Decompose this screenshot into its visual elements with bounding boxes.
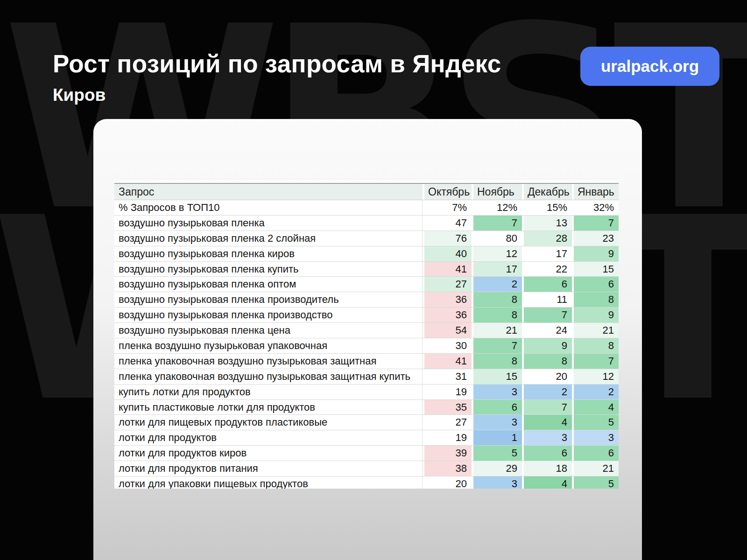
value-cell-october: 47 bbox=[423, 216, 472, 231]
value-cell-october: 27 bbox=[423, 277, 472, 292]
value-cell-november: 7 bbox=[472, 338, 522, 353]
value-cell-december: 4 bbox=[522, 415, 572, 430]
value-cell-january: 23 bbox=[572, 231, 619, 246]
value-cell-january: 9 bbox=[572, 308, 619, 322]
query-cell: воздушно пузырьковая пленка производител… bbox=[114, 292, 423, 307]
value-cell-december: 28 bbox=[522, 231, 572, 246]
value-cell-october: 38 bbox=[423, 461, 472, 476]
value-cell-november: 12 bbox=[472, 246, 522, 261]
value-cell-november: 21 bbox=[472, 323, 522, 338]
value-cell-october: 19 bbox=[423, 385, 472, 399]
query-cell: воздушно пузырьковая пленка оптом bbox=[114, 277, 423, 292]
column-header-0: Запрос bbox=[114, 184, 423, 200]
value-cell-december: 18 bbox=[522, 461, 572, 476]
value-cell-november: 8 bbox=[472, 292, 522, 307]
value-cell-november: 29 bbox=[472, 461, 522, 476]
table-row: пленка воздушно пузырьковая упаковочная3… bbox=[114, 338, 619, 354]
value-cell-december: 3 bbox=[522, 430, 572, 445]
query-cell: лотки для упаковки пищевых продуктов bbox=[114, 476, 423, 489]
column-header-2: Ноябрь bbox=[472, 184, 522, 200]
table-row: лотки для продуктов19133 bbox=[114, 430, 619, 446]
table-row: воздушно пузырьковая пленка477137 bbox=[114, 216, 619, 231]
value-cell-october: 7% bbox=[423, 200, 472, 215]
positions-table: ЗапросОктябрьНоябрьДекабрьЯнварь % Запро… bbox=[114, 181, 619, 489]
table-header-row: ЗапросОктябрьНоябрьДекабрьЯнварь bbox=[114, 183, 619, 200]
value-cell-november: 8 bbox=[472, 308, 522, 322]
value-cell-january: 6 bbox=[572, 277, 619, 292]
site-url-badge[interactable]: uralpack.org bbox=[580, 47, 719, 86]
table-row: воздушно пузырьковая пленка 2 слойная768… bbox=[114, 231, 619, 246]
value-cell-december: 8 bbox=[522, 354, 572, 369]
value-cell-november: 15 bbox=[472, 369, 522, 384]
value-cell-january: 8 bbox=[572, 338, 619, 353]
value-cell-november: 3 bbox=[472, 476, 522, 489]
value-cell-november: 5 bbox=[472, 446, 522, 461]
table-row: купить пластиковые лотки для продуктов35… bbox=[114, 400, 619, 415]
value-cell-december: 7 bbox=[522, 308, 572, 322]
value-cell-november: 1 bbox=[472, 430, 522, 445]
value-cell-january: 5 bbox=[572, 415, 619, 430]
table-row: воздушно пузырьковая пленка цена54212421 bbox=[114, 323, 619, 338]
value-cell-october: 76 bbox=[423, 231, 472, 246]
value-cell-january: 3 bbox=[572, 430, 619, 445]
table-row: воздушно пузырьковая пленка производство… bbox=[114, 308, 619, 323]
value-cell-november: 7 bbox=[472, 216, 522, 231]
value-cell-november: 3 bbox=[472, 415, 522, 430]
value-cell-january: 2 bbox=[572, 385, 619, 399]
table-row: лотки для упаковки пищевых продуктов2034… bbox=[114, 476, 619, 489]
value-cell-november: 80 bbox=[472, 231, 522, 246]
query-cell: пленка упаковочная воздушно пузырьковая … bbox=[114, 369, 423, 384]
value-cell-december: 4 bbox=[522, 476, 572, 489]
value-cell-january: 21 bbox=[572, 461, 619, 476]
value-cell-december: 7 bbox=[522, 400, 572, 415]
query-cell: воздушно пузырьковая пленка купить bbox=[114, 262, 423, 277]
value-cell-october: 30 bbox=[423, 338, 472, 353]
value-cell-january: 6 bbox=[572, 446, 619, 461]
value-cell-november: 17 bbox=[472, 262, 522, 277]
value-cell-january: 15 bbox=[572, 262, 619, 277]
value-cell-december: 20 bbox=[522, 369, 572, 384]
value-cell-december: 24 bbox=[522, 323, 572, 338]
value-cell-november: 2 bbox=[472, 277, 522, 292]
table-row: воздушно пузырьковая пленка купить411722… bbox=[114, 262, 619, 277]
value-cell-january: 8 bbox=[572, 292, 619, 307]
value-cell-november: 6 bbox=[472, 400, 522, 415]
query-cell: лотки для пищевых продуктов пластиковые bbox=[114, 415, 423, 430]
screenshot-card: ЗапросОктябрьНоябрьДекабрьЯнварь % Запро… bbox=[93, 119, 642, 560]
table-body: % Запросов в ТОП107%12%15%32%воздушно пу… bbox=[114, 200, 619, 489]
table-row: пленка упаковочная воздушно пузырьковая … bbox=[114, 369, 619, 385]
page-subtitle: Киров bbox=[53, 85, 106, 105]
query-cell: воздушно пузырьковая пленка производство bbox=[114, 308, 423, 322]
query-cell: % Запросов в ТОП10 bbox=[114, 200, 423, 215]
value-cell-october: 19 bbox=[423, 430, 472, 445]
query-cell: воздушно пузырьковая пленка bbox=[114, 216, 423, 231]
query-cell: купить пластиковые лотки для продуктов bbox=[114, 400, 423, 415]
value-cell-january: 4 bbox=[572, 400, 619, 415]
table-row: лотки для продуктов киров39566 bbox=[114, 446, 619, 461]
value-cell-november: 8 bbox=[472, 354, 522, 369]
value-cell-november: 3 bbox=[472, 385, 522, 399]
table-row: купить лотки для продуктов19322 bbox=[114, 385, 619, 400]
column-header-1: Октябрь bbox=[423, 184, 472, 200]
value-cell-january: 9 bbox=[572, 246, 619, 261]
table-row: лотки для продуктов питания38291821 bbox=[114, 461, 619, 476]
value-cell-december: 9 bbox=[522, 338, 572, 353]
table-row: воздушно пузырьковая пленка киров4012179 bbox=[114, 246, 619, 262]
query-cell: воздушно пузырьковая пленка 2 слойная bbox=[114, 231, 423, 246]
value-cell-january: 7 bbox=[572, 354, 619, 369]
query-cell: лотки для продуктов питания bbox=[114, 461, 423, 476]
query-cell: лотки для продуктов киров bbox=[114, 446, 423, 461]
query-cell: купить лотки для продуктов bbox=[114, 385, 423, 399]
value-cell-october: 40 bbox=[423, 246, 472, 261]
table-row: воздушно пузырьковая пленка производител… bbox=[114, 292, 619, 308]
value-cell-december: 2 bbox=[522, 385, 572, 399]
value-cell-october: 35 bbox=[423, 400, 472, 415]
value-cell-october: 41 bbox=[423, 354, 472, 369]
value-cell-december: 17 bbox=[522, 246, 572, 261]
value-cell-january: 32% bbox=[572, 200, 619, 215]
page-title: Рост позиций по запросам в Яндекс bbox=[53, 49, 501, 78]
query-cell: воздушно пузырьковая пленка цена bbox=[114, 323, 423, 338]
value-cell-october: 39 bbox=[423, 446, 472, 461]
value-cell-october: 41 bbox=[423, 262, 472, 277]
query-cell: лотки для продуктов bbox=[114, 430, 423, 445]
